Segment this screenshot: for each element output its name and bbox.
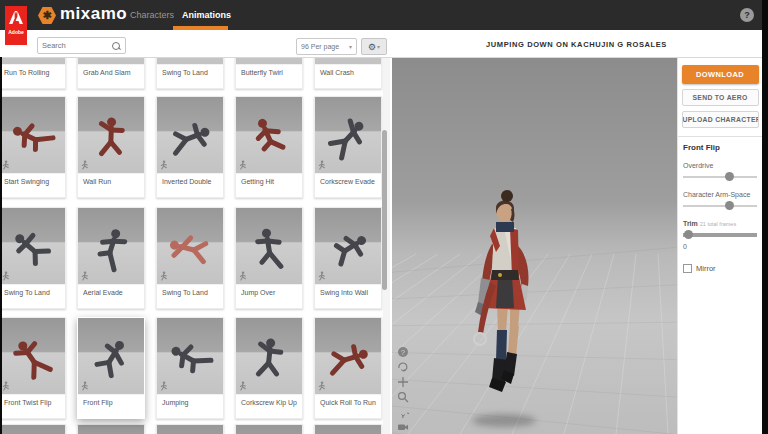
character-kachujin xyxy=(456,186,552,422)
animation-card[interactable]: Wall Crash xyxy=(314,58,382,89)
animation-thumbnail xyxy=(236,97,302,173)
animation-card[interactable]: Swing To Land xyxy=(0,207,66,309)
grid-row: Front Twist Flip Front Flip Jumping Cork… xyxy=(0,317,382,419)
animation-card[interactable]: Swing To Land xyxy=(156,207,224,309)
per-page-select[interactable]: 96 Per page ▾ xyxy=(296,38,357,55)
animation-card[interactable]: Front Flip xyxy=(77,317,145,419)
animation-card[interactable] xyxy=(77,424,145,434)
mirror-checkbox[interactable] xyxy=(683,264,692,273)
animation-card[interactable]: Butterfly Twirl xyxy=(235,58,303,89)
arm-space-slider-thumb[interactable] xyxy=(725,201,734,210)
animation-thumbnail xyxy=(157,97,223,173)
grid-scrollbar-thumb[interactable] xyxy=(382,130,387,290)
arm-space-slider[interactable] xyxy=(683,201,757,210)
animation-card[interactable]: Start Swinging xyxy=(0,96,66,198)
animation-card-label: Getting Hit xyxy=(236,173,302,197)
animation-card[interactable]: Jumping xyxy=(156,317,224,419)
animation-card[interactable] xyxy=(156,424,224,434)
mirror-row: Mirror xyxy=(683,264,757,273)
reset-camera-icon[interactable] xyxy=(397,404,409,416)
grid-row: Start Swinging Wall Run Inverted Double … xyxy=(0,96,382,198)
animation-type-runner-icon xyxy=(81,271,90,281)
animation-type-runner-icon xyxy=(2,160,11,170)
divider xyxy=(678,136,762,137)
upload-character-button[interactable]: UPLOAD CHARACTER xyxy=(682,111,759,128)
trim-label-row: Trim21 total frames xyxy=(683,220,757,227)
send-to-aero-button[interactable]: SEND TO AERO xyxy=(682,89,759,106)
animation-thumbnail xyxy=(0,208,65,284)
animation-card-label: Quick Roll To Run xyxy=(315,394,381,418)
trim-value: 0 xyxy=(683,243,757,250)
camera-icon[interactable] xyxy=(397,419,409,431)
animation-card[interactable]: Front Twist Flip xyxy=(0,317,66,419)
animation-type-runner-icon xyxy=(318,271,327,281)
overdrive-slider-thumb[interactable] xyxy=(725,172,734,181)
tab-characters[interactable]: Characters xyxy=(130,10,174,20)
grid-scrollbar-track[interactable] xyxy=(383,58,390,434)
animation-thumbnail xyxy=(157,318,223,394)
animation-type-runner-icon xyxy=(160,271,169,281)
animation-type-runner-icon xyxy=(2,271,11,281)
animation-card[interactable] xyxy=(0,424,66,434)
animation-thumbnail xyxy=(157,208,223,284)
animation-thumbnail xyxy=(78,58,144,64)
trim-label: Trim xyxy=(683,220,698,227)
animation-card[interactable] xyxy=(235,424,303,434)
overdrive-label: Overdrive xyxy=(683,162,757,169)
adobe-logo[interactable]: Adobe xyxy=(5,6,27,45)
search-icon[interactable] xyxy=(111,41,121,51)
animation-name: Front Flip xyxy=(683,143,757,152)
animation-card[interactable]: Corkscrew Kip Up xyxy=(235,317,303,419)
animation-thumbnail xyxy=(157,425,223,434)
svg-text:?: ? xyxy=(401,349,405,356)
animation-card[interactable]: Run To Rolling xyxy=(0,58,66,89)
animation-card[interactable]: Swing To Land xyxy=(156,58,224,89)
animation-card[interactable]: Grab And Slam xyxy=(77,58,145,89)
animation-thumbnail xyxy=(0,58,65,64)
animation-card-label: Inverted Double xyxy=(157,173,223,197)
zoom-icon[interactable] xyxy=(397,389,409,401)
arm-space-label: Character Arm-Space xyxy=(683,191,757,198)
animation-thumbnail xyxy=(236,208,302,284)
animation-card[interactable]: Inverted Double xyxy=(156,96,224,198)
animation-card[interactable] xyxy=(314,424,382,434)
animation-thumbnail xyxy=(0,425,65,434)
grid-row: Run To RollingGrab And SlamSwing To Land… xyxy=(0,58,382,89)
search-input[interactable] xyxy=(38,41,111,50)
animation-card[interactable]: Getting Hit xyxy=(235,96,303,198)
animation-card[interactable]: Aerial Evade xyxy=(77,207,145,309)
animation-card[interactable]: Jump Over xyxy=(235,207,303,309)
mixamo-app: ✱ mixamo Characters Animations ? Adobe 9… xyxy=(0,0,768,434)
mixamo-logo-icon[interactable]: ✱ xyxy=(38,7,56,24)
animation-type-runner-icon xyxy=(160,381,169,391)
download-button[interactable]: DOWNLOAD xyxy=(682,65,759,84)
animation-card[interactable]: Swing Into Wall xyxy=(314,207,382,309)
animation-card[interactable]: Corkscrew Evade xyxy=(314,96,382,198)
animation-card-label: Grab And Slam xyxy=(78,64,144,88)
adobe-a-icon xyxy=(8,10,24,26)
animation-type-runner-icon xyxy=(160,160,169,170)
animations-grid: Run To RollingGrab And SlamSwing To Land… xyxy=(0,58,392,434)
trim-slider-thumb[interactable] xyxy=(684,230,693,239)
animation-type-runner-icon xyxy=(239,381,248,391)
animation-card[interactable]: Wall Run xyxy=(77,96,145,198)
viewport-3d[interactable]: ? xyxy=(392,58,677,434)
animation-card-label: Front Twist Flip xyxy=(0,394,65,418)
animation-thumbnail xyxy=(0,318,65,394)
tab-animations[interactable]: Animations xyxy=(182,10,231,20)
settings-button[interactable]: ⚙ ▾ xyxy=(361,38,387,55)
animation-thumbnail xyxy=(157,58,223,64)
overdrive-slider[interactable] xyxy=(683,172,757,181)
animation-type-runner-icon xyxy=(318,381,327,391)
slider-track xyxy=(683,205,757,207)
brand-title[interactable]: mixamo xyxy=(60,4,127,24)
animation-card-label: Wall Run xyxy=(78,173,144,197)
orbit-icon[interactable] xyxy=(397,359,409,371)
gear-icon: ⚙ xyxy=(368,42,376,52)
animation-card-label: Corkscrew Evade xyxy=(315,173,381,197)
help-icon[interactable]: ? xyxy=(740,8,754,22)
help-icon[interactable]: ? xyxy=(397,344,409,356)
trim-slider[interactable] xyxy=(683,230,757,239)
animation-card[interactable]: Quick Roll To Run xyxy=(314,317,382,419)
pan-icon[interactable] xyxy=(397,374,409,386)
